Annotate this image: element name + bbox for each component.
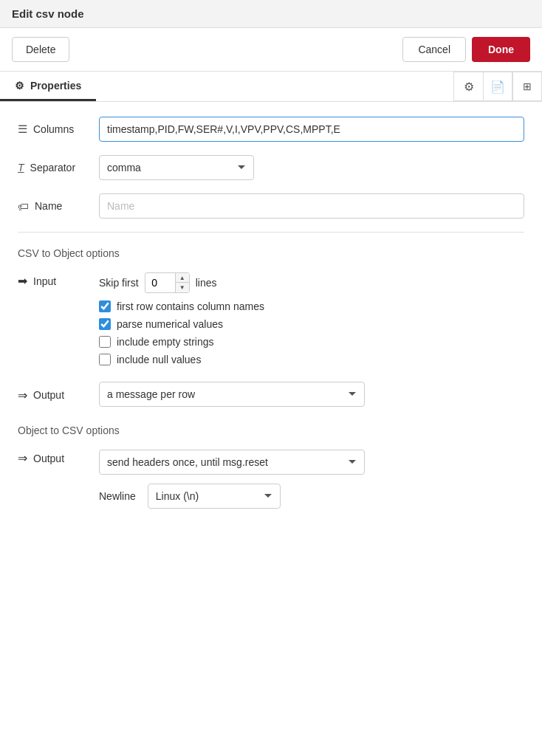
separator-row: T Separator comma semicolon tab pipe <box>18 155 524 180</box>
doc-icon-btn[interactable]: 📄 <box>483 72 512 101</box>
skip-first-spinner: ▲ ▼ <box>145 272 190 293</box>
separator-select[interactable]: comma semicolon tab pipe <box>99 155 254 180</box>
input-controls: Skip first ▲ ▼ lines first row contains … <box>99 272 524 371</box>
skip-first-label: Skip first <box>99 277 139 289</box>
settings-icon: ⚙ <box>464 80 474 94</box>
tab-properties-label: Properties <box>30 80 81 92</box>
content-area: ☰ Columns T Separator comma semicolon ta… <box>0 102 542 523</box>
first-row-checkbox[interactable] <box>99 300 111 312</box>
csv-to-object-title: CSV to Object options <box>18 247 524 259</box>
csv-output-row: ⇒ Output a message per row a single mess… <box>18 382 524 407</box>
csv-output-label: ⇒ Output <box>18 387 99 402</box>
obj-output-arrow-icon: ⇒ <box>18 451 27 465</box>
output-arrow-icon: ⇒ <box>18 388 27 402</box>
empty-strings-label[interactable]: include empty strings <box>117 336 214 348</box>
obj-output-row: ⇒ Output send headers once, until msg.re… <box>18 450 524 475</box>
settings-icon-btn[interactable]: ⚙ <box>453 72 483 101</box>
doc-icon: 📄 <box>490 80 505 94</box>
page-title: Edit csv node <box>12 7 84 20</box>
divider <box>18 232 524 233</box>
empty-strings-checkbox[interactable] <box>99 336 111 348</box>
obj-output-select[interactable]: send headers once, until msg.reset alway… <box>99 450 365 475</box>
first-row-label[interactable]: first row contains column names <box>117 300 264 312</box>
newline-select[interactable]: Linux (\n) Windows (\r\n) Mac (\r) <box>148 484 281 509</box>
columns-input[interactable] <box>99 117 524 142</box>
done-button[interactable]: Done <box>472 37 530 62</box>
columns-icon: ☰ <box>18 123 27 136</box>
gear-icon: ⚙ <box>15 80 24 92</box>
name-icon: 🏷 <box>18 200 29 213</box>
null-values-checkbox[interactable] <box>99 354 111 365</box>
object-to-csv-section: Object to CSV options ⇒ Output send head… <box>18 425 524 509</box>
name-row: 🏷 Name <box>18 193 524 219</box>
spinner-buttons: ▲ ▼ <box>175 273 189 292</box>
input-option-row: ➡ Input Skip first ▲ ▼ lines <box>18 272 524 371</box>
lines-label: lines <box>196 277 217 289</box>
cancel-button[interactable]: Cancel <box>402 37 466 62</box>
parse-numerical-checkbox[interactable] <box>99 318 111 330</box>
skip-first-row: Skip first ▲ ▼ lines <box>99 272 524 293</box>
tabs-bar: ⚙ Properties ⚙ 📄 ⊞ <box>0 72 542 102</box>
null-values-label[interactable]: include null values <box>117 354 201 365</box>
obj-output-label: ⇒ Output <box>18 450 99 465</box>
delete-button[interactable]: Delete <box>12 37 69 62</box>
grid-icon-btn[interactable]: ⊞ <box>512 72 542 101</box>
action-buttons: Cancel Done <box>402 37 530 62</box>
columns-row: ☰ Columns <box>18 117 524 142</box>
parse-numerical-checkbox-row: parse numerical values <box>99 318 524 330</box>
csv-to-object-section: CSV to Object options ➡ Input Skip first… <box>18 247 524 407</box>
name-input[interactable] <box>99 193 524 219</box>
skip-first-input[interactable] <box>145 274 175 292</box>
input-label: ➡ Input <box>18 272 99 288</box>
object-to-csv-title: Object to CSV options <box>18 425 524 436</box>
empty-strings-checkbox-row: include empty strings <box>99 336 524 348</box>
first-row-checkbox-row: first row contains column names <box>99 300 524 312</box>
separator-label: T Separator <box>18 162 99 173</box>
separator-icon: T <box>18 162 24 173</box>
name-label: 🏷 Name <box>18 200 99 213</box>
spinner-down-button[interactable]: ▼ <box>176 283 189 292</box>
columns-label: ☰ Columns <box>18 123 99 136</box>
toolbar: Delete Cancel Done <box>0 28 542 72</box>
parse-numerical-label[interactable]: parse numerical values <box>117 318 223 330</box>
newline-label: Newline <box>99 490 136 502</box>
title-bar: Edit csv node <box>0 0 542 28</box>
spinner-up-button[interactable]: ▲ <box>176 273 189 283</box>
newline-row: Newline Linux (\n) Windows (\r\n) Mac (\… <box>99 484 524 509</box>
csv-output-select[interactable]: a message per row a single message (arra… <box>99 382 365 407</box>
grid-icon: ⊞ <box>523 80 532 92</box>
tab-icons: ⚙ 📄 ⊞ <box>453 72 542 101</box>
input-arrow-icon: ➡ <box>18 274 27 288</box>
null-values-checkbox-row: include null values <box>99 354 524 365</box>
tab-properties[interactable]: ⚙ Properties <box>0 72 96 101</box>
